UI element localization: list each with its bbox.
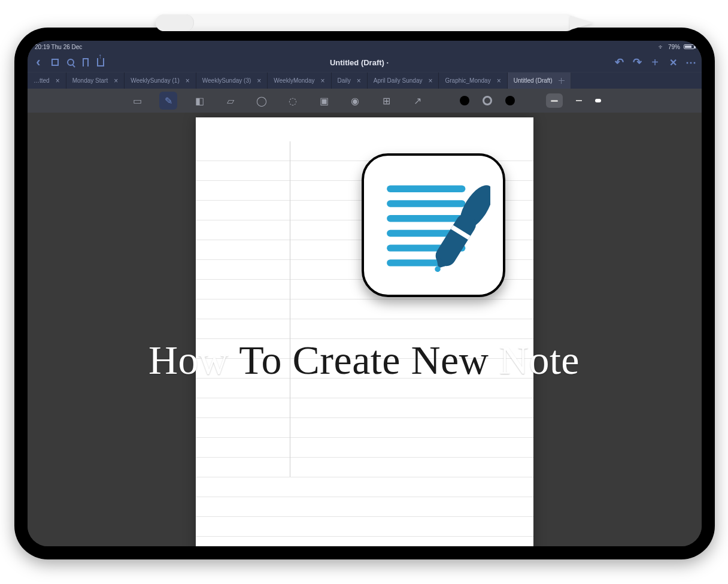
apple-pencil: [156, 8, 587, 37]
color-swatch-black-2[interactable]: [505, 96, 515, 105]
tab-item-active[interactable]: Untitled (Draft): [508, 72, 571, 89]
app-titlebar: Untitled (Draft) ·: [28, 53, 702, 72]
stroke-size-thick[interactable]: [595, 99, 601, 102]
add-page-button[interactable]: [650, 58, 660, 67]
tab-close-icon[interactable]: [53, 77, 60, 85]
tab-thumbnail-icon[interactable]: [559, 78, 565, 84]
pointer-tool[interactable]: ↗: [408, 92, 426, 110]
search-button[interactable]: [67, 59, 74, 66]
view-mode-tool[interactable]: ▭: [128, 92, 146, 110]
tab-item[interactable]: WeeklySunday (3): [196, 72, 268, 89]
color-swatch-black[interactable]: [460, 96, 469, 105]
tab-item[interactable]: …tted: [28, 72, 66, 89]
tab-close-icon[interactable]: [183, 77, 190, 85]
camera-tool[interactable]: ◉: [346, 92, 364, 110]
tool-row: ▭ ✎ ◧ ▱ ◯ ◌ ▣ ◉ ⊞ ↗: [28, 89, 702, 113]
tab-item[interactable]: Monday Start: [66, 72, 125, 89]
back-button[interactable]: [34, 58, 43, 67]
tab-close-icon[interactable]: [111, 77, 118, 85]
more-button[interactable]: [686, 58, 696, 67]
tab-close-icon[interactable]: [495, 77, 501, 85]
textbox-tool[interactable]: ⊞: [377, 92, 395, 110]
share-button[interactable]: [97, 58, 104, 66]
status-time: 20:19 Thu 26 Dec: [35, 44, 82, 50]
stroke-size-medium[interactable]: [546, 93, 563, 108]
document-tabs: …tted Monday Start WeeklySunday (1) Week…: [28, 72, 702, 89]
shape-tool[interactable]: ◯: [253, 92, 271, 110]
tab-close-icon[interactable]: [354, 77, 361, 85]
tab-item[interactable]: WeeklyMonday: [268, 72, 331, 89]
stroke-size-thin[interactable]: [576, 100, 582, 101]
goodnotes-app-icon: [362, 153, 505, 297]
redo-button[interactable]: [632, 58, 642, 67]
close-button[interactable]: [668, 58, 678, 67]
goodnotes-icon-svg: [377, 168, 490, 282]
tab-close-icon[interactable]: [426, 77, 432, 85]
ipad-frame: 20:19 Thu 26 Dec ᯤ 79% Untitled (Draft) …: [14, 28, 715, 559]
bookmark-button[interactable]: [83, 58, 89, 66]
undo-button[interactable]: [614, 58, 624, 67]
tab-item[interactable]: Daily: [332, 72, 368, 89]
tab-close-icon[interactable]: [318, 77, 324, 85]
pen-tool[interactable]: ✎: [159, 92, 177, 110]
document-title[interactable]: Untitled (Draft) ·: [330, 58, 389, 67]
tab-close-icon[interactable]: [254, 77, 261, 85]
tab-item[interactable]: April Daily Sunday: [368, 72, 439, 89]
wifi-icon: ᯤ: [659, 44, 665, 50]
highlighter-tool[interactable]: ▱: [222, 92, 239, 110]
image-tool[interactable]: ▣: [315, 92, 333, 110]
battery-icon: [684, 44, 694, 49]
tab-item[interactable]: WeeklySunday (1): [125, 72, 196, 89]
lasso-tool[interactable]: ◌: [284, 92, 302, 110]
tab-item[interactable]: Graphic_Monday: [439, 72, 507, 89]
thumbnails-button[interactable]: [51, 59, 59, 66]
ios-status-bar: 20:19 Thu 26 Dec ᯤ 79%: [28, 41, 702, 53]
ipad-screen: 20:19 Thu 26 Dec ᯤ 79% Untitled (Draft) …: [28, 41, 702, 546]
battery-percent: 79%: [668, 44, 680, 50]
eraser-tool[interactable]: ◧: [190, 92, 208, 110]
color-swatch-ring[interactable]: [483, 96, 492, 105]
